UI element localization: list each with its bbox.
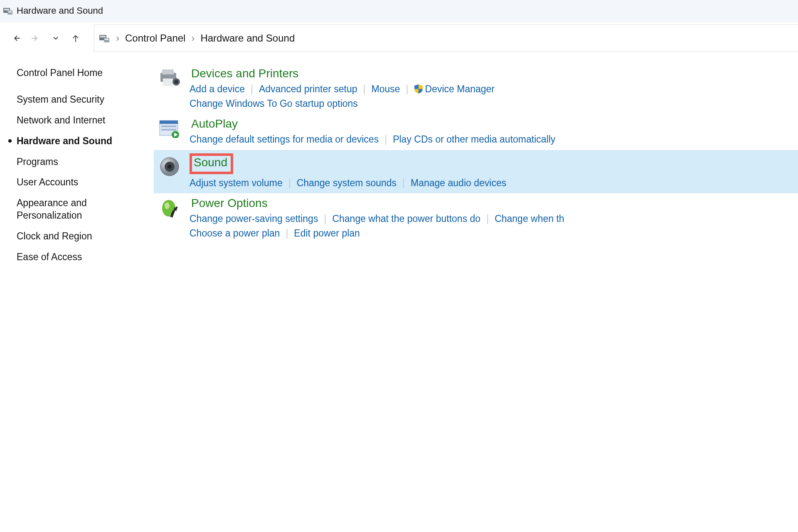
- link-separator: |: [288, 176, 291, 190]
- back-button[interactable]: [6, 28, 26, 48]
- svg-rect-19: [161, 129, 176, 131]
- address-root-icon: [99, 34, 110, 42]
- breadcrumb-hardware-and-sound[interactable]: Hardware and Sound: [200, 32, 295, 44]
- category-title[interactable]: Sound: [190, 153, 233, 174]
- svg-rect-8: [100, 36, 106, 37]
- task-link-manage-audio-devices[interactable]: Manage audio devices: [411, 176, 506, 190]
- titlebar: Hardware and Sound: [0, 0, 798, 22]
- forward-button[interactable]: [26, 28, 46, 48]
- window-title: Hardware and Sound: [17, 5, 103, 16]
- window-icon: [3, 7, 13, 15]
- svg-point-24: [167, 165, 172, 169]
- task-link-change-system-sounds[interactable]: Change system sounds: [297, 176, 397, 190]
- svg-rect-10: [105, 39, 108, 40]
- address-bar[interactable]: › Control Panel › Hardware and Sound: [94, 25, 798, 52]
- svg-rect-12: [162, 69, 174, 74]
- sidebar-item-user-accounts[interactable]: User Accounts: [17, 176, 148, 189]
- category-power-options: Power OptionsChange power-saving setting…: [154, 193, 798, 244]
- task-link-change-what-the-power-buttons-do[interactable]: Change what the power buttons do: [332, 212, 480, 226]
- sidebar-item-clock-and-region[interactable]: Clock and Region: [17, 230, 148, 243]
- task-link-play-cds-or-other-media-automatically[interactable]: Play CDs or other media automatically: [393, 132, 555, 147]
- sidebar-item-ease-of-access[interactable]: Ease of Access: [17, 251, 148, 264]
- svg-point-26: [165, 202, 170, 209]
- task-link-edit-power-plan[interactable]: Edit power plan: [294, 226, 360, 241]
- nav-row: › Control Panel › Hardware and Sound: [0, 22, 798, 54]
- shield-icon: [414, 84, 423, 94]
- category-title[interactable]: AutoPlay: [190, 117, 239, 131]
- sidebar-home-link[interactable]: Control Panel Home: [17, 67, 148, 79]
- category-autoplay: AutoPlayChange default settings for medi…: [154, 114, 798, 150]
- task-link-add-a-device[interactable]: Add a device: [190, 82, 245, 96]
- main-panel: Devices and PrintersAdd a device|Advance…: [154, 54, 798, 532]
- task-link-choose-a-power-plan[interactable]: Choose a power plan: [190, 226, 280, 241]
- task-link-advanced-printer-setup[interactable]: Advanced printer setup: [259, 82, 357, 96]
- link-separator: |: [286, 226, 288, 241]
- sidebar-item-hardware-and-sound[interactable]: Hardware and Sound: [17, 135, 148, 148]
- category-sound: SoundAdjust system volume|Change system …: [154, 150, 798, 194]
- task-link-mouse[interactable]: Mouse: [372, 82, 400, 96]
- up-button[interactable]: [66, 28, 86, 48]
- task-link-change-default-settings-for-media-or-devices[interactable]: Change default settings for media or dev…: [190, 132, 379, 147]
- sidebar-item-programs[interactable]: Programs: [17, 156, 148, 168]
- link-separator: |: [384, 132, 387, 147]
- link-separator: |: [363, 82, 366, 96]
- svg-rect-17: [160, 121, 178, 124]
- autoplay-icon: [157, 117, 182, 147]
- sidebar-item-system-and-security[interactable]: System and Security: [17, 94, 148, 106]
- task-link-device-manager[interactable]: Device Manager: [414, 82, 495, 96]
- svg-rect-9: [104, 38, 109, 42]
- link-separator: |: [486, 212, 489, 226]
- breadcrumb-control-panel[interactable]: Control Panel: [125, 32, 185, 44]
- sidebar-item-network-and-internet[interactable]: Network and Internet: [17, 114, 148, 127]
- chevron-right-icon: ›: [191, 32, 195, 44]
- task-link-change-power-saving-settings[interactable]: Change power-saving settings: [190, 212, 318, 226]
- sidebar-item-appearance-and-personalization[interactable]: Appearance and Personalization: [17, 197, 148, 222]
- svg-rect-3: [8, 11, 12, 12]
- task-link-change-when-th[interactable]: Change when th: [495, 212, 564, 226]
- speaker-icon: [157, 153, 182, 190]
- link-separator: |: [402, 176, 405, 190]
- link-separator: |: [251, 82, 253, 96]
- task-link-adjust-system-volume[interactable]: Adjust system volume: [190, 176, 283, 190]
- svg-rect-18: [161, 126, 176, 127]
- category-title[interactable]: Devices and Printers: [190, 67, 300, 80]
- sidebar: Control Panel Home System and SecurityNe…: [0, 54, 154, 532]
- link-separator: |: [406, 82, 409, 96]
- svg-rect-1: [4, 9, 9, 10]
- link-separator: |: [324, 212, 326, 226]
- svg-point-15: [174, 80, 178, 84]
- category-title[interactable]: Power Options: [190, 197, 269, 210]
- content-area: Control Panel Home System and SecurityNe…: [0, 54, 798, 532]
- task-link-change-windows-to-go-startup-options[interactable]: Change Windows To Go startup options: [190, 96, 358, 111]
- printer-icon: [157, 67, 182, 111]
- recent-locations-button[interactable]: [46, 28, 66, 48]
- chevron-right-icon: ›: [116, 32, 119, 44]
- category-devices-and-printers: Devices and PrintersAdd a device|Advance…: [154, 64, 798, 114]
- svg-rect-13: [163, 79, 173, 86]
- power-icon: [157, 197, 182, 240]
